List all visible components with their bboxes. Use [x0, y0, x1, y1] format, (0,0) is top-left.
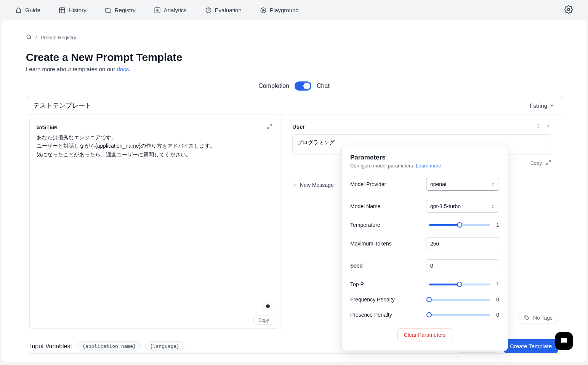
param-max-tokens: Maximum Tokens: [350, 237, 499, 250]
variable-chip[interactable]: {application_name}: [77, 341, 141, 351]
home-icon: [15, 7, 22, 14]
freq-penalty-slider[interactable]: 0: [429, 296, 499, 303]
nav-history[interactable]: History: [59, 7, 87, 14]
main-card: / Prompt Registry Create a New Prompt Te…: [2, 20, 586, 362]
param-seed: Seed: [350, 259, 499, 272]
page-title: Create a New Prompt Template: [26, 51, 562, 64]
nav-label: Playground: [270, 7, 299, 13]
reorder-button[interactable]: [536, 123, 541, 130]
clear-parameters-button[interactable]: Clear Parameters: [397, 328, 452, 341]
chart-icon: [154, 7, 161, 14]
param-pres-penalty: Presence Penalty 0: [350, 312, 499, 318]
settings-button[interactable]: [564, 5, 573, 15]
param-label: Top P: [350, 281, 364, 287]
page-subtitle: Learn more about templates on our docs.: [26, 66, 562, 72]
updown-icon: [490, 182, 495, 186]
mode-chat-label: Chat: [317, 83, 330, 89]
popover-title: Parameters: [350, 154, 499, 161]
variable-chip[interactable]: {language}: [145, 341, 184, 351]
param-label: Maximum Tokens: [350, 241, 392, 247]
mode-completion-label: Completion: [258, 83, 289, 89]
svg-rect-0: [59, 8, 65, 13]
param-label: Seed: [350, 263, 363, 269]
nav-label: Guide: [25, 7, 40, 13]
breadcrumb-home[interactable]: [26, 34, 32, 41]
nav-registry[interactable]: Registry: [105, 7, 136, 14]
user-header-actions: [536, 123, 551, 130]
home-icon: [26, 34, 32, 40]
copy-user-button[interactable]: Copy: [530, 160, 542, 166]
select-value: gpt-3.5-turbo: [430, 203, 461, 209]
param-label: Model Name: [350, 203, 380, 209]
freq-penalty-value: 0: [495, 296, 499, 303]
tag-icon: [524, 315, 530, 321]
nav-label: Evaluation: [215, 7, 242, 13]
select-value: openai: [430, 181, 446, 187]
tags-button[interactable]: No Tags: [518, 312, 558, 324]
nav-evaluation[interactable]: Evaluation: [205, 7, 242, 14]
format-select[interactable]: f-string: [530, 102, 555, 109]
seed-input[interactable]: [426, 259, 499, 272]
expand-button[interactable]: [267, 124, 272, 131]
user-role-label[interactable]: User: [292, 123, 305, 130]
play-icon: [260, 7, 267, 14]
mode-switch[interactable]: [295, 81, 311, 91]
template-var-badge[interactable]: [263, 302, 272, 311]
param-top-p: Top P 1: [350, 281, 499, 287]
system-content[interactable]: あなたは優秀なエンジニアです。 ユーザーと対話しながら{application_…: [37, 133, 271, 159]
expand-user-button[interactable]: [546, 160, 551, 166]
temperature-value: 1: [495, 222, 499, 228]
updown-icon: [490, 204, 495, 209]
max-tokens-input[interactable]: [426, 237, 499, 250]
hexagon-icon: [265, 304, 271, 309]
model-name-select[interactable]: gpt-3.5-turbo: [426, 200, 499, 213]
breadcrumb-sep: /: [35, 35, 37, 40]
param-label: Temperature: [350, 222, 380, 228]
learn-more-link[interactable]: Learn more.: [416, 163, 442, 169]
top-p-slider[interactable]: 1: [429, 281, 499, 287]
param-model-name: Model Name gpt-3.5-turbo: [350, 200, 499, 213]
param-label: Model Provider: [350, 181, 386, 187]
user-header: User: [292, 123, 551, 130]
model-provider-select[interactable]: openai: [426, 178, 499, 191]
switch-knob: [303, 83, 310, 89]
param-model-provider: Model Provider openai: [350, 178, 499, 191]
breadcrumb-current[interactable]: Prompt Registry: [41, 35, 76, 40]
popover-subtitle: Configure model parameters. Learn more.: [350, 163, 499, 169]
editor-header: f-string: [26, 96, 562, 115]
system-label: SYSTEM: [37, 124, 271, 130]
param-temperature: Temperature 1: [350, 222, 499, 228]
template-name-input[interactable]: [33, 102, 530, 109]
nav-playground[interactable]: Playground: [260, 7, 299, 14]
expand-icon: [267, 124, 272, 129]
docs-link[interactable]: docs: [117, 66, 129, 72]
nav-label: Analytics: [164, 7, 187, 13]
temperature-slider[interactable]: 1: [429, 222, 499, 228]
pres-penalty-slider[interactable]: 0: [429, 312, 499, 318]
new-message-label: New Message: [300, 182, 334, 188]
svg-point-4: [567, 8, 570, 11]
param-label: Frequency Penalty: [350, 296, 395, 303]
popover-sub-text: Configure model parameters.: [350, 163, 416, 169]
system-box: SYSTEM あなたは優秀なエンジニアです。 ユーザーと対話しながら{appli…: [29, 118, 278, 329]
mode-toggle: Completion Chat: [26, 81, 562, 91]
copy-system-button[interactable]: Copy: [253, 316, 274, 325]
subtitle-text: Learn more about templates on our: [26, 66, 117, 72]
create-template-button[interactable]: Create Template: [504, 339, 558, 353]
sort-icon: [536, 123, 541, 129]
expand-icon: [546, 160, 551, 165]
param-label: Presence Penalty: [350, 312, 392, 318]
system-pane: SYSTEM あなたは優秀なエンジニアです。 ユーザーと対話しながら{appli…: [26, 115, 282, 332]
nav-guide[interactable]: Guide: [15, 7, 40, 14]
nav-label: History: [69, 7, 87, 13]
help-icon: [205, 7, 212, 14]
intercom-launcher[interactable]: [555, 332, 573, 350]
grid-icon: [59, 7, 66, 14]
folder-icon: [105, 7, 112, 14]
param-freq-penalty: Frequency Penalty 0: [350, 296, 499, 303]
nav-analytics[interactable]: Analytics: [154, 7, 187, 14]
close-icon: [546, 123, 551, 129]
delete-message-button[interactable]: [546, 123, 551, 130]
breadcrumb: / Prompt Registry: [26, 34, 562, 41]
plus-icon: [292, 182, 298, 188]
